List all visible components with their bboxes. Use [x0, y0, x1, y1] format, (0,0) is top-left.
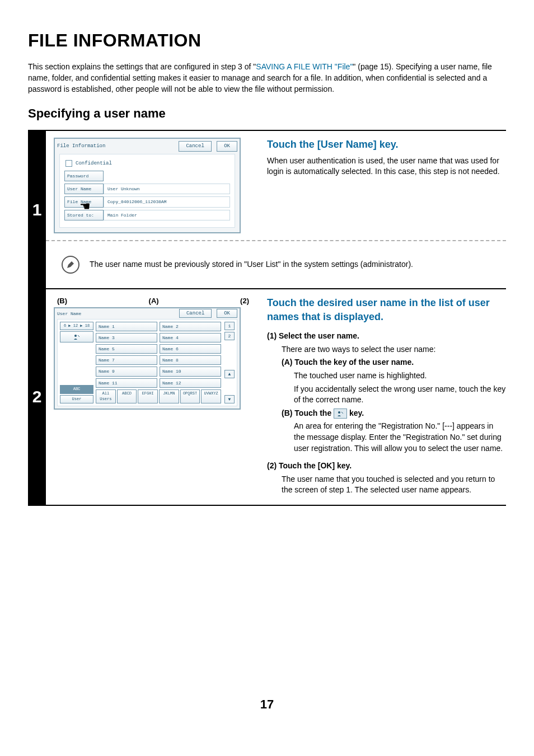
registration-key[interactable] — [60, 331, 93, 342]
user-name-panel: User Name Cancel OK 6 ▶ 12 ▶ 18 — [54, 307, 241, 410]
alpha-tab[interactable]: All Users — [96, 389, 116, 404]
file-info-panel: File Information Cancel OK Confidential … — [54, 138, 241, 233]
user-name-key[interactable]: User Name — [64, 184, 104, 194]
opt-b-body: An area for entering the "Registration N… — [294, 421, 506, 454]
name-key[interactable]: Name 5 — [96, 344, 157, 354]
person-key-icon — [334, 408, 347, 419]
note-pencil-icon — [62, 256, 79, 274]
svg-point-1 — [338, 411, 340, 414]
substep-2-title: (2) Touch the [OK] key. — [267, 461, 506, 472]
step1-note: The user name must be previously stored … — [90, 259, 413, 270]
name-key[interactable]: Name 2 — [160, 322, 221, 331]
panel1-title: File Information — [57, 143, 105, 150]
alpha-tab[interactable]: JKLMN — [159, 389, 179, 404]
stored-to-value: Main Folder — [104, 210, 230, 220]
svg-point-0 — [74, 335, 77, 337]
scroll-down-icon[interactable]: ▼ — [224, 395, 235, 403]
alpha-tab[interactable]: OPQRST — [180, 389, 200, 404]
abc-tab[interactable]: ABC — [60, 385, 93, 394]
name-key[interactable]: Name 3 — [96, 333, 157, 342]
name-key[interactable]: Name 4 — [160, 333, 221, 342]
subtitle: Specifying a user name — [28, 105, 506, 123]
name-key[interactable]: Name 8 — [160, 355, 221, 365]
scroll-up-icon[interactable]: ▲ — [224, 370, 235, 378]
alpha-tab[interactable]: ABCD — [117, 389, 137, 404]
name-key[interactable]: Name 6 — [160, 344, 221, 354]
page-number: 17 — [28, 696, 506, 713]
opt-a-l2: If you accidentally select the wrong use… — [294, 384, 506, 406]
intro-text: This section explains the settings that … — [28, 61, 506, 95]
file-name-value: Copy_04012006_112030AM — [104, 196, 230, 207]
step2-heading: Touch the desired user name in the list … — [267, 296, 506, 324]
step-number-2: 2 — [28, 289, 46, 505]
name-key[interactable]: Name 9 — [96, 367, 157, 376]
user-name-value: User Unknown — [104, 184, 230, 194]
confidential-checkbox[interactable]: Confidential — [65, 160, 230, 167]
alpha-tab[interactable]: UVWXYZ — [201, 389, 221, 404]
substep-1-title: (1) Select the user name. — [267, 331, 506, 342]
page-title: FILE INFORMATION — [28, 28, 506, 53]
ok-button[interactable]: OK — [217, 141, 237, 152]
step-number-1: 1 — [28, 130, 46, 288]
name-key[interactable]: Name 11 — [96, 378, 157, 388]
step1-heading: Touch the [User Name] key. — [267, 138, 506, 152]
page-indicator: 1 — [224, 322, 235, 330]
name-key[interactable]: Name 1 — [96, 322, 157, 331]
step1-text: When user authentication is used, the us… — [267, 156, 506, 177]
user-tab[interactable]: User — [60, 395, 93, 404]
substep-2-body: The user name that you touched is select… — [282, 474, 506, 496]
page-indicator: 2 — [224, 332, 235, 340]
alpha-tab[interactable]: EFGHI — [138, 389, 158, 404]
callout-markers: (B) (A) (2) — [54, 296, 252, 307]
opt-a-head: (A) Touch the key of the user name. — [282, 358, 414, 367]
pointer-hand-icon: ☚ — [79, 198, 91, 215]
side-range[interactable]: 6 ▶ 12 ▶ 18 — [60, 322, 93, 331]
cancel-button[interactable]: Cancel — [179, 309, 212, 318]
name-key[interactable]: Name 7 — [96, 355, 157, 365]
name-key[interactable]: Name 12 — [160, 378, 221, 388]
substep-1-lead: There are two ways to select the user na… — [282, 344, 506, 355]
ok-button[interactable]: OK — [217, 309, 237, 318]
cancel-button[interactable]: Cancel — [179, 141, 211, 152]
opt-a-l1: The touched user name is highlighted. — [294, 370, 506, 382]
panel2-title: User Name — [57, 311, 81, 317]
link-saving-file[interactable]: SAVING A FILE WITH "File" — [256, 62, 353, 71]
password-key[interactable]: Password — [64, 171, 104, 181]
name-key[interactable]: Name 10 — [160, 367, 221, 376]
